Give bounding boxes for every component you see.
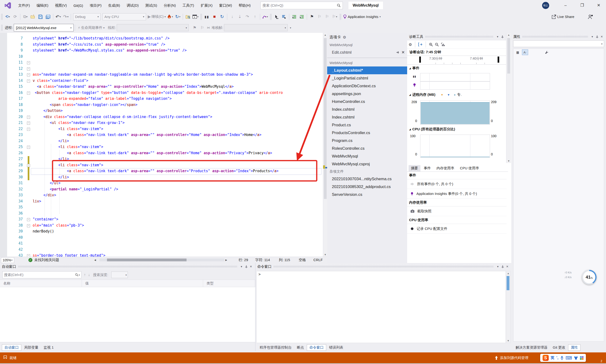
document-tab[interactable]: Program.cs: [327, 137, 407, 144]
thread-combobox[interactable]: ▾: [117, 24, 189, 31]
net-speed-ball[interactable]: 41%: [582, 270, 596, 285]
show-next-statement-button[interactable]: ↓: [229, 13, 236, 20]
tool-tab-1[interactable]: 断点: [295, 345, 306, 351]
summary-action-row[interactable]: 记录 CPU 配置文件: [407, 224, 507, 234]
panel-title-bar[interactable]: 属性 ▾ ✕: [511, 33, 606, 40]
solution-platform-combobox[interactable]: Any CPU▾: [103, 13, 146, 20]
code-line[interactable]: 37−"container">: [0, 216, 327, 222]
document-tab[interactable]: WebMvcMysql: [327, 152, 407, 160]
navigate-back-button[interactable]: ⟲▾: [4, 13, 11, 20]
dock-tab-1[interactable]: Git 更改: [550, 345, 568, 351]
code-line[interactable]: 32<partial name="_LoginPartial" />: [0, 186, 327, 193]
column-header-0[interactable]: 名称: [0, 280, 82, 287]
tool-tab-0[interactable]: 自动窗口: [2, 344, 21, 351]
scroll-right-icon[interactable]: ▸: [225, 258, 227, 262]
timeline-ruler[interactable]: 7:30分钟 7:40分钟: [407, 56, 507, 65]
summary-action-row[interactable]: 截取快照: [407, 207, 507, 216]
cpu-chart[interactable]: [420, 135, 490, 158]
menu-item-n[interactable]: 分析(N): [161, 2, 179, 9]
memory-chart[interactable]: [420, 101, 490, 125]
tool-tab-1[interactable]: 局部变量: [22, 345, 41, 351]
code-line[interactable]: 30</li>: [0, 174, 327, 181]
fold-collapse-icon[interactable]: −: [27, 218, 30, 221]
wrench-icon[interactable]: [544, 50, 549, 55]
scrollbar-thumb[interactable]: [507, 276, 510, 290]
quick-search-box[interactable]: 搜索 (Ctrl+Q): [260, 2, 343, 9]
flag-custom-button[interactable]: ⚐: [199, 24, 206, 31]
code-line[interactable]: 11−: [0, 60, 327, 66]
code-line[interactable]: 34liv>: [0, 198, 327, 205]
menu-item-x[interactable]: 扩展(X): [198, 2, 216, 9]
toolbar-grip[interactable]: [200, 14, 202, 20]
diagnostics-tab-3[interactable]: CPU 使用率: [458, 165, 482, 171]
panel-title-bar[interactable]: 诊断工具 ▾ ✕: [407, 33, 511, 40]
close-icon[interactable]: ✕: [505, 264, 510, 269]
ime-toolbox-icon[interactable]: [580, 356, 583, 360]
menu-item-t[interactable]: 工具(T): [179, 2, 197, 9]
properties-grid[interactable]: ▦ A↓: [513, 49, 604, 341]
fold-collapse-icon[interactable]: −: [27, 128, 30, 131]
application-insights-button[interactable]: Application Insights ▾: [342, 13, 381, 20]
command-input-area[interactable]: >: [256, 271, 506, 343]
next-bookmark-button[interactable]: ⚐: [323, 13, 331, 20]
navigate-forward-button[interactable]: ⟳: [11, 13, 19, 20]
autos-grid-body[interactable]: [0, 287, 255, 342]
pin-icon[interactable]: [500, 34, 505, 39]
tool-tab-2[interactable]: 命令窗口: [307, 344, 326, 351]
scroll-down-icon[interactable]: ▼: [323, 253, 327, 257]
fold-collapse-icon[interactable]: −: [27, 79, 30, 83]
code-line[interactable]: 41: [0, 241, 327, 247]
tool-tab-0[interactable]: 程序包管理器控制台: [257, 345, 294, 351]
diagnostics-tab-0[interactable]: 摘要: [409, 165, 420, 171]
add-to-source-control-button[interactable]: 添加到源代码管理: [495, 356, 528, 360]
code-line[interactable]: 17aria-expanded="false" aria-label="Togg…: [0, 96, 327, 102]
code-line[interactable]: 39nderBody(): [0, 228, 327, 235]
increase-indent-button[interactable]: [298, 13, 306, 20]
command-scrollbar[interactable]: ▲ ▼: [506, 271, 511, 343]
feedback-button[interactable]: [588, 14, 593, 19]
editor-lines[interactable]: 7stylesheet" href="~/lib/bootstrap/dist/…: [0, 36, 327, 257]
fold-collapse-icon[interactable]: −: [27, 61, 30, 64]
break-all-button[interactable]: ▮▮: [203, 13, 211, 20]
diagnostics-tab-2[interactable]: 内存使用率: [434, 165, 457, 171]
fold-collapse-icon[interactable]: −: [27, 122, 30, 125]
fold-collapse-icon[interactable]: −: [27, 73, 30, 76]
keyboard-icon[interactable]: ⌨: [566, 355, 572, 361]
redo-button[interactable]: ↷▾: [62, 13, 70, 20]
find-in-files-button[interactable]: [184, 13, 192, 20]
save-button[interactable]: [37, 13, 44, 20]
clear-bookmarks-button[interactable]: ⚐▾: [331, 13, 338, 20]
fold-collapse-icon[interactable]: −: [27, 254, 30, 257]
ime-punctuation-toggle[interactable]: ’,: [556, 356, 558, 360]
ime-toolbar[interactable]: S 英 ’, ⌨: [540, 354, 586, 362]
menu-item-p[interactable]: 项目(P): [87, 2, 105, 9]
events-section-header[interactable]: ◢ 事件: [407, 66, 419, 70]
document-tab[interactable]: ApplicationDbContext.cs: [327, 82, 407, 90]
summary-action-row[interactable]: Application Insights 事件(0 个, 共 0 个): [407, 189, 507, 199]
toolbar-overflow-icon[interactable]: ▾: [290, 26, 291, 29]
search-depth-combobox[interactable]: ▾: [111, 272, 128, 278]
code-line[interactable]: 25−<li class="nav-item">: [0, 144, 327, 150]
code-line[interactable]: 20−<div class="navbar-collapse collapse …: [0, 114, 327, 120]
menu-item-b[interactable]: 生成(B): [105, 2, 123, 9]
sogou-logo-icon[interactable]: S: [543, 355, 549, 361]
tool-tab-3[interactable]: 错误列表: [327, 345, 346, 351]
menu-item-s[interactable]: 测试(S): [142, 2, 160, 9]
document-tab[interactable]: _LoginPartial.cshtml: [327, 74, 407, 82]
code-line[interactable]: 13−ass="navbar navbar-expand-sm navbar-t…: [0, 72, 327, 78]
pin-icon[interactable]: [500, 264, 505, 269]
code-line[interactable]: 18<span class="navbar-toggler-icon"></sp…: [0, 102, 327, 108]
document-tab[interactable]: _Layout.cshtml*: [327, 66, 407, 74]
scroll-up-icon[interactable]: ▲: [506, 33, 511, 37]
new-project-button[interactable]: ⧉▾: [22, 13, 29, 20]
document-tab[interactable]: Product.cs: [327, 121, 407, 129]
menu-item-d[interactable]: 调试(D): [123, 2, 142, 9]
code-line[interactable]: 28−<li class="nav-item">: [0, 162, 327, 169]
code-line[interactable]: 9stylesheet" href="~/WebMvcMysql.styles.…: [0, 48, 327, 54]
close-button[interactable]: ✕: [593, 0, 604, 11]
window-menu-icon[interactable]: ▾: [495, 34, 500, 39]
menu-item-f[interactable]: 文件(F): [15, 2, 33, 9]
document-tab[interactable]: 20221010085302_addproduct.cs: [327, 183, 407, 191]
gear-icon[interactable]: ⚙: [343, 35, 346, 39]
code-line[interactable]: 12−: [0, 66, 327, 72]
